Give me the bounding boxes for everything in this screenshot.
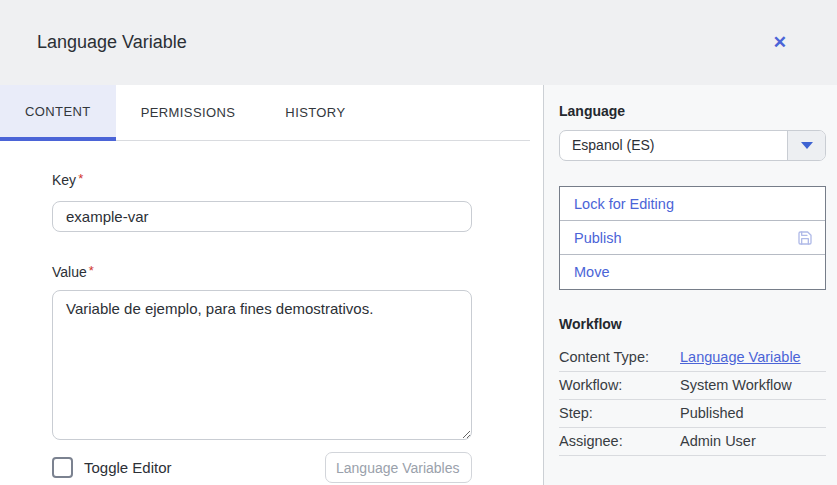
assignee-value: Admin User (680, 433, 826, 449)
dialog-body: CONTENT PERMISSIONS HISTORY Key* Value* … (0, 85, 837, 485)
workflow-actions-menu: Lock for Editing Publish Move (559, 186, 826, 290)
lock-for-editing-action[interactable]: Lock for Editing (560, 187, 825, 221)
language-dropdown[interactable]: Espanol (ES) (559, 130, 826, 161)
table-row: Assignee: Admin User (559, 428, 826, 456)
language-variables-input[interactable] (325, 452, 472, 483)
table-row: Content Type: Language Variable (559, 344, 826, 372)
key-field-group: Key* (52, 171, 543, 232)
toggle-editor-label: Toggle Editor (84, 459, 172, 476)
tab-history[interactable]: HISTORY (260, 85, 370, 140)
tab-bar: CONTENT PERMISSIONS HISTORY (0, 85, 530, 141)
table-row: Workflow: System Workflow (559, 372, 826, 400)
language-label: Language (559, 103, 826, 119)
key-input[interactable] (52, 201, 472, 232)
toggle-editor-wrap: Toggle Editor (52, 457, 172, 478)
workflow-heading: Workflow (559, 316, 826, 332)
table-row: Step: Published (559, 400, 826, 428)
content-form: Key* Value* Variable de ejemplo, para fi… (0, 141, 543, 483)
chevron-down-icon (801, 142, 813, 149)
value-label: Value (52, 264, 87, 280)
toggle-editor-checkbox[interactable] (52, 457, 73, 478)
value-textarea[interactable]: Variable de ejemplo, para fines demostra… (52, 290, 472, 440)
save-icon (797, 230, 813, 246)
content-type-link[interactable]: Language Variable (680, 349, 826, 365)
value-field-group: Value* Variable de ejemplo, para fines d… (52, 263, 543, 440)
language-variable-dialog: Language Variable ✕ CONTENT PERMISSIONS … (0, 0, 837, 485)
dialog-title: Language Variable (37, 32, 187, 53)
editor-options-row: Toggle Editor (52, 452, 472, 483)
required-marker: * (89, 263, 94, 278)
action-label: Move (574, 264, 609, 280)
publish-action[interactable]: Publish (560, 221, 825, 255)
move-action[interactable]: Move (560, 255, 825, 289)
tab-content[interactable]: CONTENT (0, 85, 116, 141)
assignee-label: Assignee: (559, 433, 680, 449)
required-marker: * (78, 171, 83, 186)
action-label: Lock for Editing (574, 196, 674, 212)
language-dropdown-button[interactable] (787, 131, 825, 160)
close-icon[interactable]: ✕ (769, 30, 791, 55)
step-label: Step: (559, 405, 680, 421)
action-label: Publish (574, 230, 622, 246)
key-label: Key (52, 172, 76, 188)
language-selected-value: Espanol (ES) (560, 131, 787, 160)
content-pane: CONTENT PERMISSIONS HISTORY Key* Value* … (0, 85, 543, 485)
step-value: Published (680, 405, 826, 421)
content-type-label: Content Type: (559, 349, 680, 365)
workflow-info-table: Content Type: Language Variable Workflow… (559, 344, 826, 456)
sidebar: Language Espanol (ES) Lock for Editing P… (543, 85, 837, 485)
workflow-value: System Workflow (680, 377, 826, 393)
workflow-label: Workflow: (559, 377, 680, 393)
dialog-header: Language Variable ✕ (0, 0, 837, 85)
tab-permissions[interactable]: PERMISSIONS (116, 85, 261, 140)
